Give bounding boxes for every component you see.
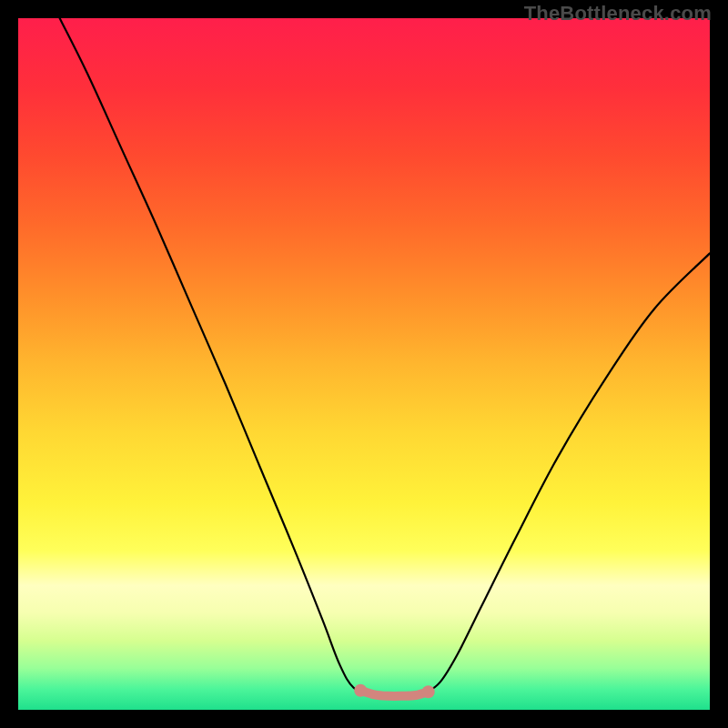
- watermark-text: TheBottleneck.com: [524, 2, 712, 25]
- series-highlight-segment-endpoint-end: [422, 685, 435, 698]
- series-highlight-segment-endpoint-start: [354, 684, 367, 697]
- chart-svg: [18, 18, 710, 710]
- gradient-background: [18, 18, 710, 710]
- plot-area: [18, 18, 710, 710]
